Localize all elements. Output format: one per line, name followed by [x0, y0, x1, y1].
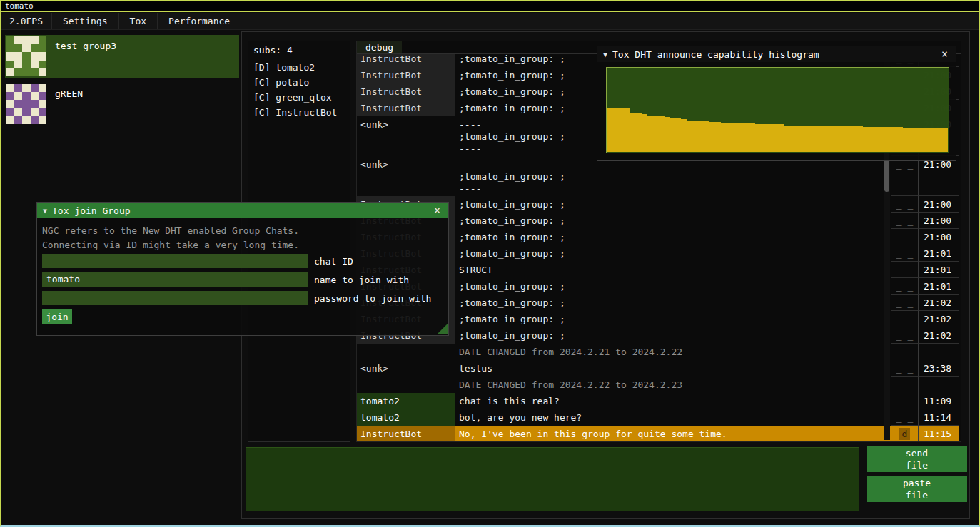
menu-bar: 2.0FPS SettingsToxPerformance: [1, 13, 979, 30]
histogram-bar: [727, 123, 732, 152]
subs-member[interactable]: [D] tomato2: [248, 60, 350, 75]
message-text: testus: [455, 360, 884, 377]
sender-name: tomato2: [357, 409, 455, 426]
message-time: 21:01: [918, 245, 959, 262]
histogram-bar: [857, 126, 863, 152]
avatar-pixel: [31, 68, 39, 76]
message-flags: _ _: [891, 327, 918, 344]
histogram-bar: [698, 121, 704, 152]
group-item-test_group3[interactable]: test_group3: [5, 35, 239, 78]
message-text: ;tomato_in_group: ;: [455, 311, 884, 327]
histogram-bar: [755, 124, 761, 152]
resize-grip[interactable]: [437, 324, 448, 334]
histogram-bar: [886, 127, 891, 152]
paste-file-button[interactable]: paste file: [867, 476, 967, 502]
message-time: 21:00: [918, 229, 959, 245]
histogram-bar: [931, 128, 936, 152]
message-flags: _ _: [891, 393, 918, 409]
message-flags: _ _: [891, 262, 918, 278]
date-separator-row[interactable]: DATE CHANGED from 2024.2.22 to 2024.2.23: [357, 377, 961, 393]
subs-member[interactable]: [C] potato: [248, 75, 350, 90]
join-name-input[interactable]: tomato: [42, 272, 308, 287]
histogram-bar: [607, 108, 613, 152]
avatar-pixel: [31, 36, 39, 44]
avatar-pixel: [14, 100, 22, 108]
histogram-bar: [784, 126, 789, 152]
menu-item-tox[interactable]: Tox: [119, 13, 158, 29]
histogram-bar: [817, 126, 823, 152]
date-separator-row[interactable]: DATE CHANGED from 2024.2.21 to 2024.2.22: [357, 344, 961, 360]
histogram-bar: [749, 123, 755, 152]
collapse-arrow-icon[interactable]: ▼: [603, 51, 607, 58]
avatar-pixel: [6, 52, 14, 60]
message-row[interactable]: tomato2chat is this real?_ _11:09: [357, 393, 961, 409]
histogram-bar: [834, 126, 840, 152]
message-text: No, I've been in this group for quite so…: [455, 426, 884, 441]
avatar-pixel: [31, 84, 39, 92]
message-row[interactable]: tomato2bot, are you new here?_ _11:14: [357, 409, 961, 426]
histogram-bars: [607, 68, 948, 152]
close-icon[interactable]: ×: [939, 48, 950, 61]
join-window-titlebar[interactable]: ▼ Tox join Group ×: [37, 203, 448, 218]
sender-name: <unk>: [357, 156, 455, 196]
join-password-input[interactable]: [42, 291, 308, 305]
join-fields: chat IDtomatoname to join withpassword t…: [42, 254, 443, 305]
message-text: ---- ;tomato_in_group: ; ----: [455, 156, 884, 196]
histogram-bar: [738, 123, 744, 152]
histogram-bar: [642, 114, 647, 152]
avatar-pixel: [39, 116, 46, 124]
message-text: ;tomato_in_group: ;: [455, 295, 884, 311]
avatar-pixel: [6, 100, 14, 108]
avatar-pixel: [39, 36, 46, 44]
dht-histogram-plot[interactable]: [606, 67, 949, 153]
histogram-bar: [823, 126, 829, 152]
histogram-bar: [647, 116, 653, 152]
menu-item-performance[interactable]: Performance: [158, 13, 241, 29]
join-password-input-label: password to join with: [314, 293, 431, 304]
message-input[interactable]: [246, 447, 859, 511]
chat-id-input[interactable]: [42, 254, 308, 268]
send-file-button[interactable]: send file: [867, 446, 967, 472]
histogram-bar: [852, 126, 857, 152]
message-time: 23:38: [918, 360, 959, 377]
message-time: 21:00: [918, 213, 959, 229]
window-titlebar[interactable]: tomato: [1, 1, 979, 12]
subs-member[interactable]: [C] InstructBot: [248, 105, 350, 120]
message-flags: _ _: [891, 278, 918, 295]
tab-debug[interactable]: debug: [357, 41, 402, 53]
message-row[interactable]: InstructBotNo, I've been in this group f…: [357, 426, 961, 441]
avatar-pixel: [31, 52, 39, 60]
histogram-bar: [772, 124, 778, 152]
sender-name: tomato2: [357, 393, 455, 409]
histogram-bar: [869, 127, 874, 152]
menu-item-settings[interactable]: Settings: [52, 13, 119, 29]
message-text: ;tomato_in_group: ;: [455, 278, 884, 295]
sender-name: InstructBot: [357, 54, 455, 67]
message-flags: [891, 377, 918, 393]
avatar-pixel: [39, 61, 46, 68]
subs-member[interactable]: [C] green_qtox: [248, 90, 350, 105]
histogram-bar: [744, 123, 749, 152]
message-flags: _ _: [891, 196, 918, 213]
message-text: ;tomato_in_group: ;: [455, 229, 884, 245]
message-row[interactable]: <unk>testus_ _23:38: [357, 360, 961, 377]
message-flags: _ _: [891, 213, 918, 229]
group-avatar-icon: [6, 84, 46, 124]
message-flags: _ _: [891, 245, 918, 262]
message-time: 21:01: [918, 278, 959, 295]
avatar-pixel: [39, 92, 46, 100]
delivered-flag: d: [899, 428, 911, 440]
histogram-bar: [942, 128, 948, 152]
message-row[interactable]: <unk>---- ;tomato_in_group: ; ----_ _21:…: [357, 156, 961, 196]
avatar-pixel: [22, 61, 30, 68]
histogram-bar: [778, 124, 784, 152]
histogram-window-titlebar[interactable]: ▼ Tox DHT announce capability histogram …: [597, 46, 956, 62]
collapse-arrow-icon[interactable]: ▼: [43, 207, 47, 215]
avatar-pixel: [6, 92, 14, 100]
avatar-pixel: [6, 84, 14, 92]
histogram-bar: [874, 127, 880, 152]
join-button[interactable]: join: [42, 309, 72, 324]
close-icon[interactable]: ×: [432, 204, 443, 217]
histogram-bar: [812, 126, 817, 152]
group-item-gREEN[interactable]: gREEN: [5, 83, 239, 126]
